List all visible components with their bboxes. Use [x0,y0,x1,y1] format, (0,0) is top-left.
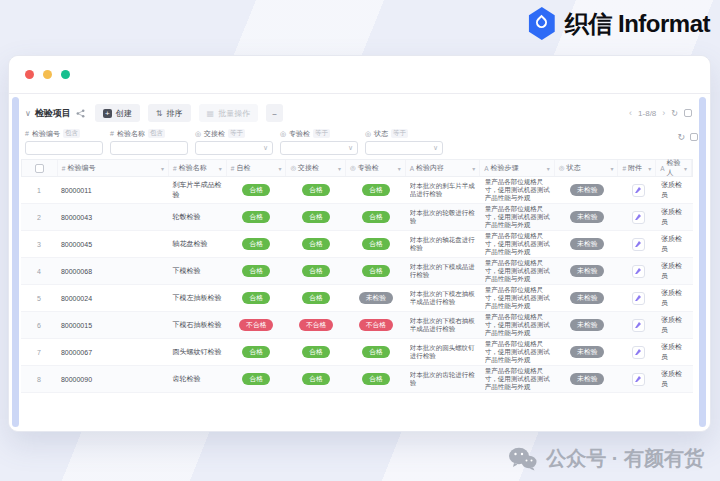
attachment-button[interactable] [632,346,645,359]
pencil-icon [634,213,642,221]
filter-input[interactable] [25,141,103,155]
table-row[interactable]: 580000024下模左抽板检验合格合格未检验对本批次的下模左抽板半成品进行检验… [21,285,693,312]
status-badge: 未检验 [570,319,604,331]
table-row[interactable]: 780000067圆头螺纹钉检验合格合格合格对本批次的圆头螺纹钉进行检验量产品各… [21,339,693,366]
table-row[interactable]: 380000045轴花盘检验合格合格合格对本批次的轴花盘进行检验量产品各部位规格… [21,231,693,258]
column-header-5[interactable]: ◎专验检▾ [346,160,406,176]
attachment-button[interactable] [632,238,645,251]
right-scrollbar[interactable] [699,97,706,427]
attachment-button[interactable] [632,319,645,332]
attachment-button[interactable] [632,373,645,386]
status-badge: 合格 [242,211,270,223]
status-badge: 未检验 [359,292,393,304]
column-menu-icon[interactable]: ▾ [684,165,687,172]
table-header-row: #检验编号▾#检验名称▾#自检▾◎交接检▾◎专验检▾A检验内容▾A检验步骤▾◎状… [21,159,693,177]
steps-text: 量产品各部位规格尺寸，使用测试机器测试产品性能与外观 [485,367,552,391]
close-window-icon[interactable] [25,70,34,79]
column-menu-icon[interactable]: ▾ [398,165,401,172]
maximize-window-icon[interactable] [61,70,70,79]
attachment-cell [619,204,657,230]
attachment-button[interactable] [632,265,645,278]
content-text: 对本批次的下模右抽板半成品进行检验 [410,317,477,333]
toolbar: ∨ 检验项目 + 创建 ⇅ 排序 ▦ 批量操作 – ‹ 1-8/8 › [25,101,692,125]
column-header-6[interactable]: A检验内容▾ [406,160,481,176]
attachment-button[interactable] [632,211,645,224]
filter-input[interactable] [110,141,188,155]
content-text: 对本批次的轮毂进行检验 [410,209,477,225]
column-menu-icon[interactable]: ▾ [161,165,164,172]
column-header-8[interactable]: ◎状态▾ [555,160,619,176]
attachment-button[interactable] [632,292,645,305]
sort-button[interactable]: ⇅ 排序 [148,104,191,122]
column-header-2[interactable]: #检验名称▾ [169,160,227,176]
inspection-id-cell: 80000011 [57,177,169,203]
attachment-cell [619,231,657,257]
column-header-7[interactable]: A检验步骤▾ [480,160,555,176]
refresh-icon[interactable]: ↻ [671,109,678,118]
field-type-icon: ◎ [280,130,286,138]
attachment-button[interactable] [632,184,645,197]
grid-icon: ▦ [207,109,215,118]
field-type-icon: A [660,165,664,172]
column-header-1[interactable]: #检验编号▾ [58,160,169,176]
status-badge: 合格 [302,373,330,385]
column-menu-icon[interactable]: ▾ [648,165,651,172]
filter-label: ◎交接检等于 [195,128,280,139]
inspection-name-cell: 刹车片半成品检验 [169,177,227,203]
table-row[interactable]: 680000015下模右抽板检验不合格不合格不合格对本批次的下模右抽板半成品进行… [21,312,693,339]
fullscreen-icon[interactable] [684,109,692,117]
inspection-name-cell: 齿轮检验 [169,366,227,392]
status-badge: 不合格 [299,319,333,331]
special-check-cell: 合格 [346,177,406,203]
self-check-cell: 合格 [226,258,286,284]
table-row[interactable]: 480000068下模检验合格合格合格对本批次的下模成品进行检验量产品各部位规格… [21,258,693,285]
wechat-icon [508,447,537,471]
column-menu-icon[interactable]: ▾ [547,165,550,172]
prev-page-icon[interactable]: ‹ [629,108,632,118]
column-header-10[interactable]: A检验人▾ [656,160,692,176]
filter-label: #检验编号包含 [25,128,110,139]
status-badge: 合格 [362,211,390,223]
create-button[interactable]: + 创建 [95,104,140,122]
overflow-menu-button[interactable]: – [266,104,282,122]
table-row[interactable]: 880000090齿轮检验合格合格合格对本批次的齿轮进行检验量产品各部位规格尺寸… [21,366,693,393]
column-header-4[interactable]: ◎交接检▾ [286,160,346,176]
filter-2: #检验名称包含 [110,128,195,155]
inspection-steps-cell: 量产品各部位规格尺寸，使用测试机器测试产品性能与外观 [481,366,556,392]
inspection-content-cell: 对本批次的轮毂进行检验 [406,204,481,230]
chevron-down-icon[interactable]: ∨ [25,109,31,118]
column-header-3[interactable]: #自检▾ [227,160,287,176]
column-header-9[interactable]: #附件▾ [618,160,656,176]
select-all-checkbox[interactable] [35,164,44,173]
column-menu-icon[interactable]: ▾ [278,165,281,172]
share-icon[interactable] [76,109,85,118]
refresh-filters-icon[interactable]: ↻ [677,132,685,142]
handover-check-cell: 合格 [286,258,346,284]
inspection-content-cell: 对本批次的刹车片半成品进行检验 [406,177,481,203]
table-row[interactable]: 280000043轮毂检验合格合格合格对本批次的轮毂进行检验量产品各部位规格尺寸… [21,204,693,231]
table-row[interactable]: 180000011刹车片半成品检验合格合格合格对本批次的刹车片半成品进行检验量产… [21,177,693,204]
row-number-cell: 7 [21,339,57,365]
column-label: 检验人 [667,158,682,178]
column-menu-icon[interactable]: ▾ [219,165,222,172]
status-badge: 未检验 [570,184,604,196]
inspector-cell: 张质检员 [657,231,693,257]
filter-select[interactable]: ∨ [280,141,358,155]
status-cell: 未检验 [555,258,619,284]
status-badge: 合格 [242,238,270,250]
filter-select[interactable]: ∨ [365,141,443,155]
minimize-window-icon[interactable] [43,70,52,79]
expand-filters-icon[interactable] [690,133,698,141]
column-menu-icon[interactable]: ▾ [338,165,341,172]
inspection-steps-cell: 量产品各部位规格尺寸，使用测试机器测试产品性能与外观 [481,258,556,284]
batch-actions-button[interactable]: ▦ 批量操作 [199,104,259,122]
inspection-content-cell: 对本批次的下模左抽板半成品进行检验 [406,285,481,311]
column-label: 附件 [628,163,642,173]
inspector-cell: 张质检员 [657,258,693,284]
filter-select[interactable]: ∨ [195,141,273,155]
left-scrollbar[interactable] [12,97,19,427]
inspection-steps-cell: 量产品各部位规格尺寸，使用测试机器测试产品性能与外观 [481,231,556,257]
column-menu-icon[interactable]: ▾ [472,165,475,172]
column-menu-icon[interactable]: ▾ [610,165,613,172]
next-page-icon[interactable]: › [662,108,665,118]
